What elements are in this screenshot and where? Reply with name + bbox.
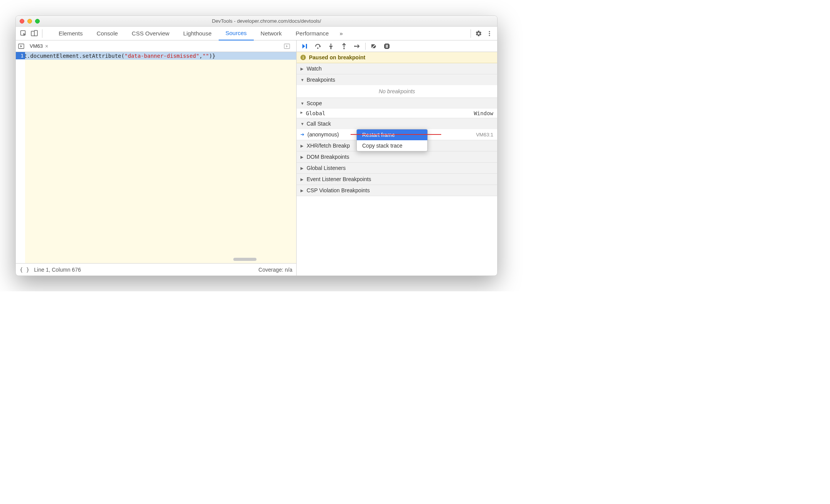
- code-seg-string: "data-banner-dismissed": [125, 53, 199, 59]
- section-global-listeners: ▶ Global Listeners: [297, 163, 497, 174]
- no-breakpoints-text: No breakpoints: [297, 85, 497, 97]
- inspect-element-icon[interactable]: [18, 28, 29, 39]
- section-header-callstack[interactable]: ▼ Call Stack: [297, 118, 497, 129]
- svg-point-3: [489, 31, 490, 32]
- code-seg-suffix: )}: [209, 53, 216, 59]
- file-tab-label: VM63: [30, 43, 43, 49]
- debugger-pane: i Paused on breakpoint ▶ Watch ▼ Breakpo…: [297, 40, 497, 276]
- triangle-down-icon: ▼: [300, 78, 304, 82]
- pretty-print-icon[interactable]: { }: [20, 267, 29, 273]
- status-bar: { } Line 1, Column 676 Coverage: n/a: [16, 263, 296, 276]
- section-header-event-listener[interactable]: ▶ Event Listener Breakpoints: [297, 174, 497, 185]
- section-scope: ▼ Scope ▶ Global Window: [297, 98, 497, 118]
- code-editor[interactable]: 1 nt.documentElement.setAttribute("data-…: [16, 52, 296, 263]
- line-number[interactable]: 1: [16, 52, 25, 59]
- svg-point-10: [330, 48, 332, 49]
- code-seg-empty: "": [202, 53, 209, 59]
- tab-overflow[interactable]: »: [336, 27, 346, 40]
- triangle-right-icon: ▶: [300, 155, 304, 159]
- pause-on-exceptions-icon[interactable]: [382, 41, 392, 51]
- section-breakpoints: ▼ Breakpoints No breakpoints: [297, 74, 497, 98]
- section-header-watch[interactable]: ▶ Watch: [297, 63, 497, 74]
- callstack-location: VM63:1: [476, 132, 493, 138]
- toolbar-divider: [365, 43, 366, 50]
- pause-banner: i Paused on breakpoint: [297, 52, 497, 63]
- svg-rect-14: [387, 45, 388, 48]
- section-dom: ▶ DOM Breakpoints: [297, 151, 497, 163]
- settings-icon[interactable]: [473, 28, 484, 39]
- deactivate-breakpoints-icon[interactable]: [369, 41, 379, 51]
- step-icon[interactable]: [352, 41, 362, 51]
- scope-label: Scope: [307, 100, 322, 106]
- step-out-icon[interactable]: [339, 41, 349, 51]
- more-menu-icon[interactable]: [484, 28, 495, 39]
- tab-right-divider: [471, 29, 471, 38]
- dom-label: DOM Breakpoints: [307, 154, 349, 160]
- context-item-restart-frame[interactable]: Restart frame: [357, 129, 427, 140]
- scope-global-key: Global: [306, 110, 474, 116]
- resume-icon[interactable]: [300, 41, 310, 51]
- section-header-csp[interactable]: ▶ CSP Violation Breakpoints: [297, 185, 497, 196]
- file-tab-vm63[interactable]: VM63 ×: [27, 43, 51, 49]
- section-header-breakpoints[interactable]: ▼ Breakpoints: [297, 74, 497, 85]
- snippets-run-icon[interactable]: [284, 43, 294, 49]
- tab-performance[interactable]: Performance: [289, 27, 336, 40]
- svg-point-11: [343, 48, 345, 49]
- file-tabs: VM63 ×: [16, 40, 296, 52]
- code-seg-mid: ,: [199, 53, 202, 59]
- close-icon[interactable]: ×: [45, 43, 48, 49]
- step-into-icon[interactable]: [326, 41, 336, 51]
- current-frame-arrow-icon: ➔: [300, 132, 304, 137]
- tab-list: Elements Console CSS Overview Lighthouse…: [52, 27, 347, 40]
- tab-divider: [42, 29, 42, 38]
- coverage-status: Coverage: n/a: [258, 267, 292, 273]
- tab-lighthouse[interactable]: Lighthouse: [176, 27, 218, 40]
- window-title: DevTools - developer.chrome.com/docs/dev…: [40, 18, 493, 24]
- code-seg-prefix: nt.documentElement.setAttribute(: [25, 53, 125, 59]
- code-body[interactable]: nt.documentElement.setAttribute("data-ba…: [25, 52, 296, 263]
- breakpoints-label: Breakpoints: [307, 77, 335, 83]
- zoom-window-button[interactable]: [35, 19, 40, 24]
- step-over-icon[interactable]: [313, 41, 323, 51]
- context-item-copy-stack-trace[interactable]: Copy stack trace: [357, 140, 427, 151]
- triangle-right-icon: ▶: [300, 144, 304, 148]
- triangle-right-icon: ▶: [300, 188, 304, 193]
- tab-network[interactable]: Network: [254, 27, 289, 40]
- main-tab-strip: Elements Console CSS Overview Lighthouse…: [16, 27, 497, 40]
- section-call-stack: ▼ Call Stack ➔ (anonymous) VM63:1 Restar…: [297, 118, 497, 140]
- triangle-right-icon: ▶: [300, 177, 304, 181]
- show-navigator-icon[interactable]: [18, 43, 27, 49]
- devtools-window: DevTools - developer.chrome.com/docs/dev…: [15, 15, 498, 276]
- window-traffic-lights: [20, 19, 40, 24]
- svg-rect-13: [386, 45, 387, 48]
- scope-row-global[interactable]: ▶ Global Window: [297, 109, 497, 118]
- callstack-row-anonymous[interactable]: ➔ (anonymous) VM63:1 Restart frame Copy …: [297, 129, 497, 140]
- event-listener-label: Event Listener Breakpoints: [307, 176, 371, 182]
- scope-global-val: Window: [474, 110, 493, 116]
- section-header-scope[interactable]: ▼ Scope: [297, 98, 497, 109]
- triangle-down-icon: ▼: [300, 122, 304, 126]
- tab-sources[interactable]: Sources: [219, 27, 254, 40]
- strike-annotation: [351, 134, 441, 135]
- csp-label: CSP Violation Breakpoints: [307, 187, 370, 193]
- triangle-right-icon: ▶: [300, 110, 304, 116]
- svg-point-9: [317, 47, 319, 49]
- close-window-button[interactable]: [20, 19, 24, 24]
- svg-point-4: [489, 33, 490, 34]
- callstack-label: Call Stack: [307, 121, 331, 127]
- tab-console[interactable]: Console: [90, 27, 125, 40]
- triangle-down-icon: ▼: [300, 101, 304, 106]
- minimize-window-button[interactable]: [27, 19, 32, 24]
- pause-banner-text: Paused on breakpoint: [309, 54, 365, 60]
- toggle-device-icon[interactable]: [29, 28, 40, 39]
- tab-elements[interactable]: Elements: [52, 27, 90, 40]
- svg-rect-8: [306, 44, 307, 49]
- section-header-dom[interactable]: ▶ DOM Breakpoints: [297, 151, 497, 162]
- tab-css-overview[interactable]: CSS Overview: [125, 27, 177, 40]
- triangle-right-icon: ▶: [300, 67, 304, 71]
- xhr-label: XHR/fetch Breakp: [307, 143, 350, 149]
- gutter: 1: [16, 52, 25, 263]
- section-header-global-listeners[interactable]: ▶ Global Listeners: [297, 163, 497, 173]
- callstack-fn-name: (anonymous): [307, 131, 339, 138]
- horizontal-scrollbar-thumb[interactable]: [233, 258, 256, 261]
